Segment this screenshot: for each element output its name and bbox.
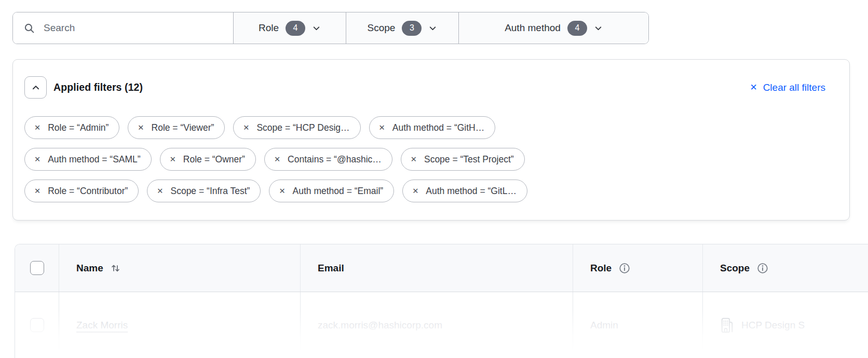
remove-filter-icon[interactable]: [34, 187, 40, 195]
filter-pill-label: Auth method = “GitH…: [392, 122, 485, 133]
scope-column-header: Scope: [720, 263, 750, 274]
role-count-badge: 4: [286, 21, 305, 36]
clear-x-icon[interactable]: [750, 83, 757, 92]
remove-filter-icon[interactable]: [411, 156, 417, 163]
clear-all-filters-label: Clear all filters: [763, 82, 825, 93]
filter-pill-label: Scope = “HCP Desig…: [256, 122, 349, 133]
clear-all-filters-button[interactable]: Clear all filters: [750, 82, 825, 93]
row-scope-cell: HCP Design S: [702, 292, 868, 358]
select-all-checkbox[interactable]: [30, 261, 44, 275]
filter-pill[interactable]: Role = “Admin”: [24, 116, 119, 139]
header-email-cell: Email: [300, 244, 573, 292]
user-scope: HCP Design S: [741, 320, 805, 331]
filter-pill[interactable]: Contains = “@hashic…: [264, 148, 392, 171]
remove-filter-icon[interactable]: [379, 124, 385, 132]
filter-pill-label: Auth method = “SAML”: [48, 154, 141, 165]
filter-pill-label: Scope = “Infra Test”: [170, 186, 250, 197]
remove-filter-icon[interactable]: [34, 124, 40, 132]
filter-pill[interactable]: Scope = “Infra Test”: [147, 180, 261, 202]
user-role: Admin: [590, 320, 618, 331]
filter-bar: Role 4 Scope 3 Auth method 4: [12, 12, 649, 44]
filter-pill-row: Role = “Admin” Role = “Viewer” Scope = “…: [24, 116, 838, 139]
remove-filter-icon[interactable]: [243, 124, 249, 132]
filter-pill[interactable]: Role = “Owner”: [160, 148, 256, 171]
row-name-cell: Zack Morris: [59, 292, 300, 358]
filter-pill-row: Role = “Contributor” Scope = “Infra Test…: [24, 180, 838, 202]
filter-pill-label: Role = “Viewer”: [152, 122, 214, 133]
page: { "filter_bar": { "search_placeholder": …: [0, 0, 868, 358]
remove-filter-icon[interactable]: [279, 187, 285, 195]
email-column-header: Email: [318, 263, 344, 274]
header-scope-cell: Scope: [702, 244, 868, 292]
row-email-cell: zack.morris@hashicorp.com: [300, 292, 573, 358]
filter-pill[interactable]: Auth method = “SAML”: [24, 148, 152, 171]
applied-filters-header: Applied filters (12) Clear all filters: [24, 76, 838, 99]
table-row: Zack Morris zack.morris@hashicorp.com Ad…: [15, 292, 868, 358]
chevron-down-icon: [594, 24, 603, 33]
user-email: zack.morris@hashicorp.com: [318, 320, 442, 331]
chevron-up-icon: [31, 83, 40, 92]
applied-filters-panel: Applied filters (12) Clear all filters R…: [12, 59, 850, 221]
remove-filter-icon[interactable]: [412, 187, 418, 195]
filter-pill[interactable]: Auth method = “GitH…: [369, 116, 496, 139]
row-checkbox-cell: [15, 292, 59, 358]
role-filter-dropdown[interactable]: Role 4: [233, 12, 346, 44]
filter-pill[interactable]: Scope = “HCP Desig…: [233, 116, 360, 139]
applied-filters-title: Applied filters (12): [53, 81, 143, 93]
filter-pill-label: Role = “Admin”: [48, 122, 108, 133]
chevron-down-icon: [312, 24, 321, 33]
remove-filter-icon[interactable]: [138, 124, 144, 132]
filter-pill-label: Contains = “@hashic…: [288, 154, 382, 165]
auth-method-filter-dropdown[interactable]: Auth method 4: [458, 12, 648, 44]
info-icon[interactable]: [757, 263, 768, 274]
filter-pill[interactable]: Auth method = “GitL…: [402, 180, 527, 202]
auth-method-dropdown-label: Auth method: [505, 22, 561, 34]
filter-pill-label: Auth method = “GitL…: [426, 186, 517, 197]
org-building-icon: [720, 318, 734, 333]
filter-pill-label: Role = “Contributor”: [48, 186, 128, 197]
scope-filter-dropdown[interactable]: Scope 3: [346, 12, 458, 44]
sort-icon[interactable]: [111, 263, 120, 273]
row-checkbox[interactable]: [30, 318, 44, 332]
info-icon[interactable]: [619, 263, 630, 274]
filter-pill[interactable]: Auth method = “Email”: [269, 180, 394, 202]
chevron-down-icon: [428, 24, 437, 33]
role-column-header: Role: [590, 263, 612, 274]
filter-pill[interactable]: Scope = “Test Project”: [401, 148, 525, 171]
name-column-header: Name: [76, 263, 103, 274]
remove-filter-icon[interactable]: [274, 156, 280, 163]
filter-pill-row: Auth method = “SAML” Role = “Owner” Cont…: [24, 148, 838, 171]
user-name-link[interactable]: Zack Morris: [76, 320, 128, 331]
role-dropdown-label: Role: [259, 22, 279, 34]
applied-filter-pills: Role = “Admin” Role = “Viewer” Scope = “…: [24, 116, 838, 202]
remove-filter-icon[interactable]: [170, 156, 176, 163]
header-checkbox-cell: [15, 244, 59, 292]
header-name-cell: Name: [59, 244, 300, 292]
remove-filter-icon[interactable]: [34, 156, 40, 163]
table-header-row: Name Email Role Scope: [15, 244, 868, 292]
remove-filter-icon[interactable]: [157, 187, 163, 195]
scope-dropdown-label: Scope: [368, 22, 396, 34]
filter-pill[interactable]: Role = “Viewer”: [128, 116, 225, 139]
scope-count-badge: 3: [402, 21, 422, 36]
filter-pill[interactable]: Role = “Contributor”: [24, 180, 139, 202]
row-role-cell: Admin: [573, 292, 702, 358]
search-input[interactable]: [43, 22, 233, 34]
collapse-filters-button[interactable]: [24, 76, 47, 99]
filter-pill-label: Role = “Owner”: [183, 154, 245, 165]
filter-pill-label: Auth method = “Email”: [293, 186, 384, 197]
search-box: [13, 12, 233, 44]
header-role-cell: Role: [573, 244, 702, 292]
users-table: Name Email Role Scope: [15, 244, 868, 358]
filter-pill-label: Scope = “Test Project”: [424, 154, 514, 165]
search-icon: [24, 23, 35, 34]
auth-method-count-badge: 4: [567, 21, 587, 36]
